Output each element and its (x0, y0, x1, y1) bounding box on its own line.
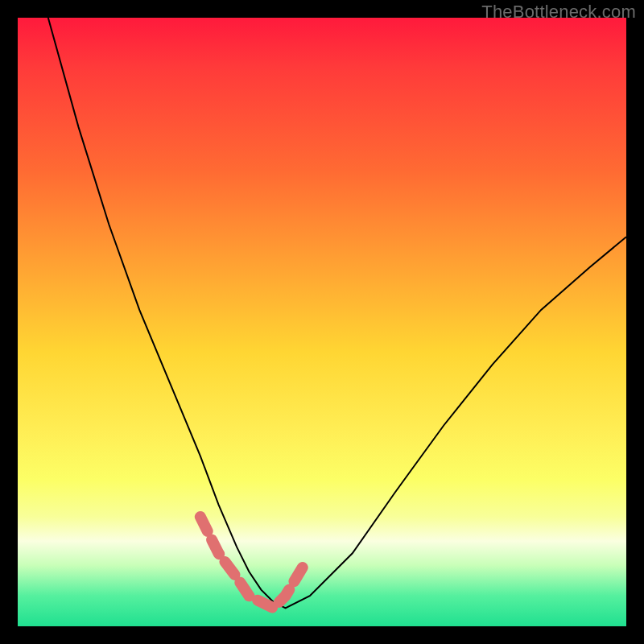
highlight-segment (200, 517, 303, 608)
watermark-text: TheBottleneck.com (481, 2, 636, 23)
main-curve (48, 18, 626, 608)
chart-plot-area (18, 18, 626, 626)
chart-svg (18, 18, 626, 626)
chart-frame: TheBottleneck.com (0, 0, 644, 644)
